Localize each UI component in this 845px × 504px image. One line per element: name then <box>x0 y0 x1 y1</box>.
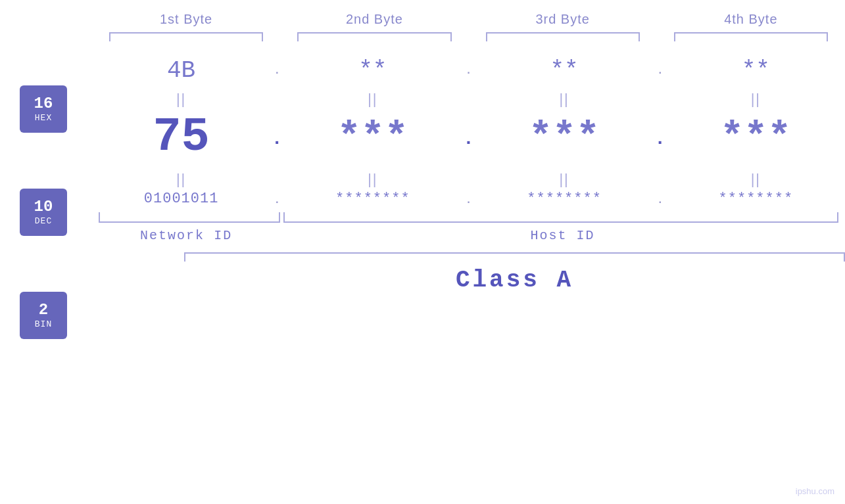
bracket-1 <box>103 32 270 44</box>
bin-val-2: ******** <box>283 191 462 207</box>
diagram: 1st Byte 2nd Byte 3rd Byte 4th Byte 16 H… <box>0 0 845 504</box>
eq2-cell-3: || <box>475 171 654 188</box>
eq-cell-2: || <box>283 91 462 108</box>
bottom-brackets <box>92 212 845 223</box>
class-label: Class A <box>456 267 573 294</box>
bin-val-1: 01001011 <box>92 191 270 207</box>
bracket-2 <box>291 32 458 44</box>
eq2-4: || <box>751 171 761 188</box>
dot-dec-1: . <box>270 129 283 149</box>
bracket-row <box>0 32 845 44</box>
bin-cell-2: ******** <box>283 191 462 207</box>
dot-bin-3: . <box>654 195 667 206</box>
host-bracket <box>283 212 838 223</box>
eq-cell-4: || <box>667 91 845 108</box>
class-bracket <box>184 252 845 254</box>
hex-row: 4B . ** . ** . ** <box>92 57 845 84</box>
dot-bin-2: . <box>462 195 475 206</box>
dec-row: 75 . *** . *** . *** <box>92 110 845 164</box>
hex-val-4: ** <box>667 57 845 84</box>
dec-val-2: *** <box>283 115 462 160</box>
header-row: 1st Byte 2nd Byte 3rd Byte 4th Byte <box>0 12 845 27</box>
bin-val-3: ******** <box>475 191 654 207</box>
dot-hex-3: . <box>654 65 667 77</box>
bin-cell-4: ******** <box>667 191 845 207</box>
hex-cell-1: 4B <box>92 57 270 84</box>
eq2-2: || <box>368 171 377 188</box>
dot-hex-2: . <box>462 65 475 77</box>
network-bracket <box>99 212 280 223</box>
hex-val-1: 4B <box>92 57 270 84</box>
dec-val-4: *** <box>667 115 845 160</box>
watermark: ipshu.com <box>796 486 834 496</box>
eq2-3: || <box>559 171 569 188</box>
bin-name: BIN <box>35 319 52 329</box>
eq2-cell-4: || <box>667 171 845 188</box>
byte-header-2: 2nd Byte <box>280 12 468 27</box>
equals-row-1: || || || || <box>92 91 845 108</box>
dot-dec-3: . <box>654 129 667 149</box>
eq2-cell-1: || <box>92 171 270 188</box>
eq2-cell-2: || <box>283 171 462 188</box>
dec-cell-1: 75 <box>92 110 270 164</box>
dec-cell-2: *** <box>283 115 462 160</box>
equals-row-2: || || || || <box>92 171 845 188</box>
bin-val-4: ******** <box>667 191 845 207</box>
bracket-4 <box>667 32 834 44</box>
hex-cell-2: ** <box>283 57 462 84</box>
network-id-label: Network ID <box>92 228 280 243</box>
bin-cell-3: ******** <box>475 191 654 207</box>
dec-cell-3: *** <box>475 115 654 160</box>
eq-2: || <box>368 91 377 108</box>
eq2-1: || <box>176 171 186 188</box>
dot-bin-1: . <box>270 195 283 206</box>
hex-val-3: ** <box>475 57 654 84</box>
eq-1: || <box>176 91 186 108</box>
dec-val-3: *** <box>475 115 654 160</box>
dot-dec-2: . <box>462 129 475 149</box>
bin-cell-1: 01001011 <box>92 191 270 207</box>
dec-val-1: 75 <box>92 110 270 164</box>
byte-header-1: 1st Byte <box>92 12 280 27</box>
content-area: 4B . ** . ** . ** || || <box>0 57 845 294</box>
bin-num: 2 <box>39 302 48 319</box>
eq-cell-3: || <box>475 91 654 108</box>
eq-4: || <box>751 91 761 108</box>
byte-header-4: 4th Byte <box>657 12 845 27</box>
eq-3: || <box>559 91 569 108</box>
bin-badge: 2 BIN <box>20 292 67 339</box>
eq-cell-1: || <box>92 91 270 108</box>
dot-hex-1: . <box>270 65 283 77</box>
hex-val-2: ** <box>283 57 462 84</box>
label-row: Network ID Host ID <box>92 228 845 243</box>
class-row: Class A <box>92 252 845 294</box>
bracket-3 <box>479 32 646 44</box>
bin-row: 01001011 . ******** . ******** . *******… <box>92 191 845 207</box>
hex-cell-4: ** <box>667 57 845 84</box>
dec-cell-4: *** <box>667 115 845 160</box>
byte-header-3: 3rd Byte <box>469 12 657 27</box>
hex-cell-3: ** <box>475 57 654 84</box>
host-id-label: Host ID <box>280 228 845 243</box>
